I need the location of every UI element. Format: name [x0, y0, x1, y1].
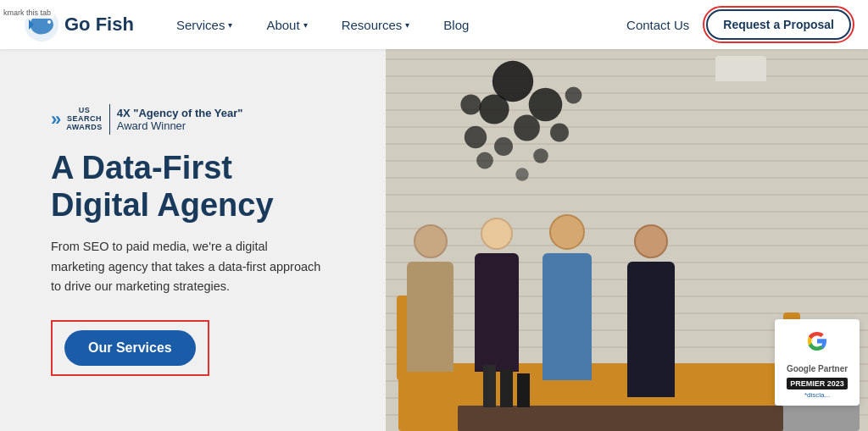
nav-item-about[interactable]: About ▾	[249, 18, 324, 32]
navbar: Go Fish Services ▾ About ▾ Resources ▾ B…	[0, 0, 868, 49]
nav-item-resources[interactable]: Resources ▾	[325, 18, 427, 32]
person-3	[542, 214, 592, 380]
award-text: 4X "Agency of the Year" Award Winner	[117, 107, 243, 132]
nav-item-blog[interactable]: Blog	[426, 18, 486, 32]
google-disclaimer: *discla...	[783, 391, 851, 399]
our-services-button[interactable]: Our Services	[64, 330, 196, 366]
person-4	[627, 224, 675, 397]
google-partner-badge: Google Partner PREMIER 2023 *discla...	[775, 319, 860, 406]
award-logo-line3: AWARDS	[66, 124, 103, 132]
hero-content-panel: » US SEARCH AWARDS 4X "Agency of the Yea…	[0, 49, 386, 431]
chevron-down-icon: ▾	[405, 20, 409, 30]
chevron-down-icon: ▾	[303, 20, 308, 30]
trophy-2	[500, 369, 513, 407]
google-g-icon	[802, 326, 832, 356]
nav-item-services[interactable]: Services ▾	[159, 18, 250, 32]
google-premier-badge: PREMIER 2023	[787, 378, 848, 390]
google-partner-text: Google Partner	[783, 363, 851, 374]
svg-point-12	[461, 94, 481, 114]
chevron-down-icon: ▾	[228, 20, 232, 30]
person-2	[475, 218, 519, 372]
award-logo: US SEARCH AWARDS	[66, 107, 103, 132]
coffee-table	[458, 406, 783, 431]
nav-right: Contact Us Request a Proposal	[626, 9, 851, 40]
svg-point-3	[529, 88, 563, 122]
nav-links: Services ▾ About ▾ Resources ▾ Blog	[159, 18, 626, 32]
hero-headline: A Data-First Digital Agency	[51, 150, 343, 224]
bookmark-hint: kmark this tab	[0, 7, 54, 19]
svg-point-1	[47, 20, 51, 24]
hero-subtext: From SEO to paid media, we're a digital …	[51, 237, 322, 296]
logo-text: Go Fish	[64, 14, 134, 36]
award-chevrons-icon: »	[51, 108, 58, 130]
svg-point-4	[514, 115, 540, 141]
svg-point-7	[550, 124, 569, 142]
person-1	[407, 224, 453, 372]
contact-link[interactable]: Contact Us	[626, 18, 689, 32]
cta-wrapper: Our Services	[51, 320, 209, 376]
svg-point-13	[565, 87, 582, 104]
trophy-3	[517, 373, 530, 407]
svg-point-5	[480, 94, 509, 124]
hero-section: » US SEARCH AWARDS 4X "Agency of the Yea…	[0, 49, 868, 431]
request-proposal-button[interactable]: Request a Proposal	[706, 9, 851, 40]
ceiling-light	[715, 56, 766, 81]
trophy-1	[483, 365, 496, 407]
award-badge: » US SEARCH AWARDS 4X "Agency of the Yea…	[51, 104, 343, 135]
award-divider	[109, 104, 110, 135]
